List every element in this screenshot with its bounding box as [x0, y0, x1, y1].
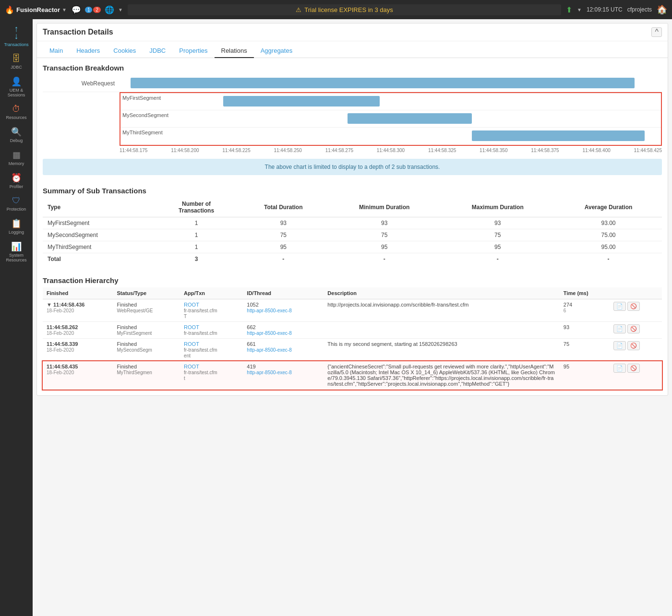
- hrow-root-link[interactable]: ROOT: [184, 364, 199, 369]
- block-btn[interactable]: 🚫: [627, 302, 640, 311]
- sidebar-item-logging[interactable]: 📋 Logging: [0, 215, 33, 237]
- block-btn[interactable]: 🚫: [627, 324, 640, 333]
- copy-btn[interactable]: 📄: [613, 341, 626, 350]
- gantt-row-secondseg: MySecondSegment: [120, 110, 661, 128]
- ts-1: 11:44:58.200: [171, 148, 199, 153]
- copy-btn[interactable]: 📄: [613, 302, 626, 311]
- hierarchy-table: Finished Status/Type App/Txn ID/Thread D…: [43, 287, 662, 390]
- block-btn[interactable]: 🚫: [627, 341, 640, 350]
- sum-type: MySecondSegment: [43, 229, 154, 241]
- tab-relations[interactable]: Relations: [215, 44, 254, 58]
- sidebar-item-memory[interactable]: ▦ Memory: [0, 147, 33, 169]
- sidebar-item-protection[interactable]: 🛡 Protection: [0, 193, 33, 214]
- home-icon[interactable]: 🏠: [657, 4, 667, 15]
- ts-0: 11:44:58.175: [120, 148, 147, 153]
- hrow-app: ROOT fr-trans/test.cfm: [180, 322, 243, 339]
- uem-icon: 👤: [11, 76, 22, 87]
- col-min-dur: Minimum Duration: [328, 198, 441, 217]
- sum-max: -: [440, 253, 555, 265]
- ts-5: 11:44:58.300: [377, 148, 405, 153]
- hrow-app-name: fr-trans/test.cfm: [184, 308, 217, 313]
- summary-table: Type Number ofTransactions Total Duratio…: [43, 198, 662, 265]
- tab-headers[interactable]: Headers: [70, 44, 107, 58]
- sidebar: ↑ ↓ Transactions 🗄 JDBC 👤 UEM & Sessions…: [0, 19, 33, 616]
- firstseg-label: MyFirstSegment: [120, 95, 161, 101]
- collapse-button[interactable]: ^: [651, 27, 662, 37]
- sum-min: 93: [328, 217, 441, 229]
- globe-dropdown-icon[interactable]: ▼: [118, 7, 123, 12]
- hrow-date: 18-Feb-2020: [47, 308, 74, 313]
- badge-1: 1: [85, 7, 93, 13]
- hrow-finished: 11:44:58.339 18-Feb-2020: [43, 339, 113, 361]
- hrow-app-name: fr-trans/test.cfm: [184, 347, 217, 353]
- breakdown-title: Transaction Breakdown: [37, 58, 668, 75]
- sum-type: Total: [43, 253, 154, 265]
- hrow-thread[interactable]: http-apr-8500-exec-8: [247, 308, 291, 313]
- sidebar-item-uem[interactable]: 👤 UEM & Sessions: [0, 73, 33, 100]
- hrow-id: 661 http-apr-8500-exec-8: [243, 339, 324, 361]
- sidebar-item-profiler[interactable]: ⏰ Profiler: [0, 170, 33, 192]
- hrow-id: 419 http-apr-8500-exec-8: [243, 361, 324, 390]
- transactions-down-icon: ↓: [14, 31, 19, 41]
- hrow-thread[interactable]: http-apr-8500-exec-8: [247, 331, 291, 336]
- hrow-id: 662 http-apr-8500-exec-8: [243, 322, 324, 339]
- hrow-finished: 11:44:58.262 18-Feb-2020: [43, 322, 113, 339]
- upload-dropdown-icon[interactable]: ▼: [577, 7, 582, 12]
- tab-cookies[interactable]: Cookies: [107, 44, 143, 58]
- tab-main[interactable]: Main: [43, 44, 70, 58]
- sidebar-item-system[interactable]: 📊 System Resources: [0, 238, 33, 265]
- chat-icon[interactable]: 💬: [72, 5, 81, 14]
- hrow-app: ROOT fr-trans/test.cfmT: [180, 299, 243, 322]
- hrow-thread[interactable]: http-apr-8500-exec-8: [247, 347, 291, 353]
- badge-group[interactable]: 1 2: [85, 7, 101, 13]
- gantt-container: WebRequest MyFirstSegment: [37, 75, 668, 159]
- sidebar-item-debug[interactable]: 🔍 Debug: [0, 124, 33, 146]
- sum-max: 93: [440, 217, 555, 229]
- sidebar-item-jdbc[interactable]: 🗄 JDBC: [0, 51, 33, 72]
- sidebar-label-memory: Memory: [9, 161, 24, 166]
- hrow-date: 18-Feb-2020: [47, 347, 74, 353]
- globe-icon[interactable]: 🌐: [105, 5, 114, 14]
- hrow-status: Finished MyFirstSegment: [113, 322, 180, 339]
- hcol-app: App/Txn: [180, 287, 243, 299]
- hrow-thread[interactable]: http-apr-8500-exec-8: [247, 370, 291, 375]
- sidebar-label-protection: Protection: [7, 207, 26, 212]
- copy-btn[interactable]: 📄: [613, 324, 626, 333]
- summary-table-wrapper: Type Number ofTransactions Total Duratio…: [37, 198, 668, 271]
- sum-total: -: [239, 253, 328, 265]
- hierarchy-row: 11:44:58.339 18-Feb-2020 Finished MySeco…: [43, 339, 662, 361]
- hrow-time: 95: [560, 361, 610, 390]
- sidebar-item-transactions[interactable]: ↑ ↓ Transactions: [0, 21, 33, 50]
- memory-icon: ▦: [12, 150, 21, 160]
- hrow-root-link[interactable]: ROOT: [184, 341, 199, 347]
- hrow-app: ROOT fr-trans/test.cfmt: [180, 361, 243, 390]
- hcol-finished: Finished: [43, 287, 113, 299]
- col-num-txn: Number ofTransactions: [154, 198, 238, 217]
- sum-count: 1: [154, 229, 238, 241]
- block-btn[interactable]: 🚫: [627, 364, 640, 373]
- hrow-desc: {"ancientChineseSecret":"Small pull-requ…: [324, 361, 560, 390]
- hrow-root-link[interactable]: ROOT: [184, 302, 199, 308]
- sidebar-label-resources: Resources: [6, 115, 26, 120]
- hrow-root-link[interactable]: ROOT: [184, 324, 199, 330]
- hrow-finished: 11:44:58.435 18-Feb-2020: [43, 361, 113, 390]
- hrow-desc: [324, 322, 560, 339]
- ts-8: 11:44:58.375: [531, 148, 559, 153]
- brand[interactable]: 🔥 FusionReactor ▼: [5, 5, 67, 14]
- col-type: Type: [43, 198, 154, 217]
- sum-avg: 93.00: [555, 217, 662, 229]
- col-total-dur: Total Duration: [239, 198, 328, 217]
- summary-row: MySecondSegment 1 75 75 75 75.00: [43, 229, 662, 241]
- ts-6: 11:44:58.325: [428, 148, 456, 153]
- tab-properties[interactable]: Properties: [172, 44, 214, 58]
- protection-icon: 🛡: [12, 196, 21, 206]
- brand-dropdown-icon[interactable]: ▼: [62, 7, 67, 12]
- tab-jdbc[interactable]: JDBC: [143, 44, 172, 58]
- sidebar-item-resources[interactable]: ⏱ Resources: [0, 101, 33, 123]
- copy-btn[interactable]: 📄: [613, 364, 626, 373]
- tab-aggregates[interactable]: Aggregates: [254, 44, 300, 58]
- col-max-dur: Maximum Duration: [440, 198, 555, 217]
- upload-icon[interactable]: ⬆: [566, 5, 572, 14]
- hrow-app-name: fr-trans/test.cfm: [184, 331, 217, 336]
- tabs-container: Main Headers Cookies JDBC Properties Rel…: [37, 41, 668, 58]
